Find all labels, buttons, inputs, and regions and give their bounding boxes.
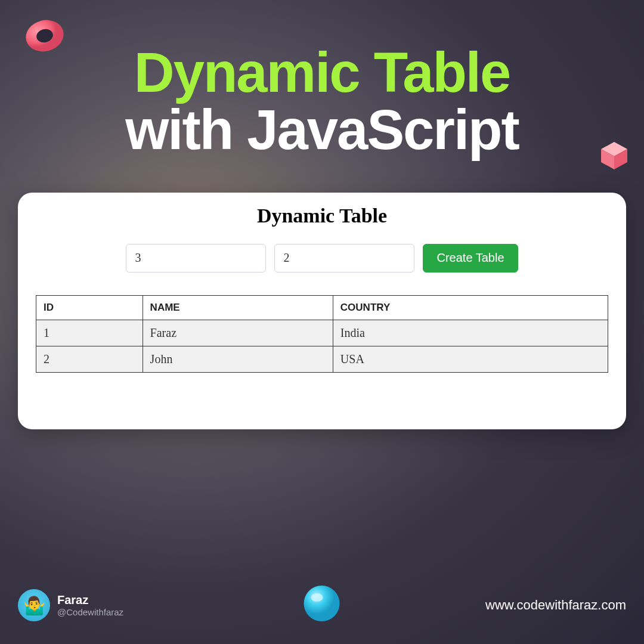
table-header: NAME (143, 295, 333, 320)
demo-card: Dynamic Table Create Table ID NAME COUNT… (18, 193, 626, 429)
controls-row: Create Table (36, 244, 608, 273)
table-header: COUNTRY (333, 295, 608, 320)
torus-icon (21, 12, 69, 60)
card-heading: Dynamic Table (36, 205, 608, 227)
website-link[interactable]: www.codewithfaraz.com (485, 597, 626, 613)
table-cell: 1 (36, 320, 143, 346)
table-cell: India (333, 320, 608, 346)
cube-icon (596, 137, 632, 173)
create-table-button[interactable]: Create Table (423, 244, 518, 273)
table-cell: USA (333, 346, 608, 372)
title-line-2: with JavaScript (0, 101, 644, 160)
table-cell: John (143, 346, 333, 372)
table-cell: 2 (36, 346, 143, 372)
table-row: 2 John USA (36, 346, 608, 372)
cols-input[interactable] (274, 244, 414, 273)
data-table: ID NAME COUNTRY 1 Faraz India 2 John USA (36, 295, 608, 373)
footer: 🤷‍♂️ Faraz @Codewithfaraz www.codewithfa… (18, 589, 626, 621)
page-title: Dynamic Table with JavaScript (0, 45, 644, 160)
author-block: 🤷‍♂️ Faraz @Codewithfaraz (18, 589, 123, 621)
title-line-1: Dynamic Table (0, 45, 644, 101)
table-cell: Faraz (143, 320, 333, 346)
table-header: ID (36, 295, 143, 320)
author-name: Faraz (57, 593, 123, 607)
author-handle: @Codewithfaraz (57, 607, 123, 617)
avatar: 🤷‍♂️ (18, 589, 50, 621)
table-row: 1 Faraz India (36, 320, 608, 346)
rows-input[interactable] (126, 244, 266, 273)
